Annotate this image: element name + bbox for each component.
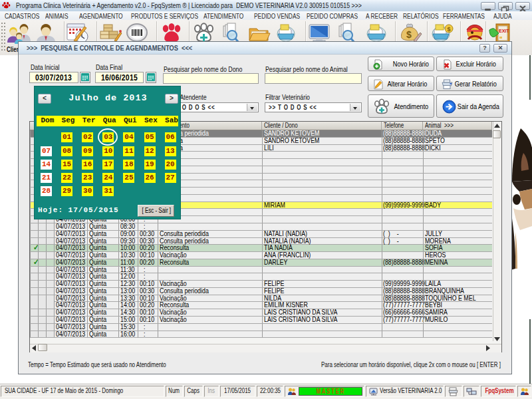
svg-text:EXIT: EXIT <box>499 29 509 33</box>
svg-text:$: $ <box>448 26 451 33</box>
svg-text:$: $ <box>406 29 412 40</box>
